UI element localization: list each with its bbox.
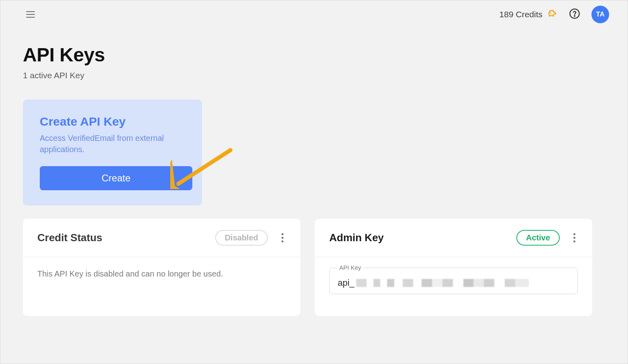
- piggy-bank-icon: [546, 8, 558, 21]
- disabled-badge: Disabled: [215, 230, 268, 246]
- svg-point-0: [550, 12, 551, 13]
- create-panel-description: Access VerifiedEmail from external appli…: [40, 132, 185, 155]
- credit-status-actions: Disabled: [215, 230, 286, 246]
- credits-display[interactable]: 189 Credits: [500, 8, 558, 21]
- admin-key-header: Admin Key Active: [315, 219, 592, 257]
- api-key-prefix: api_: [338, 278, 355, 288]
- credit-status-body: This API Key is disabled and can no long…: [23, 257, 300, 291]
- credit-status-header: Credit Status Disabled: [23, 219, 300, 257]
- credit-status-card: Credit Status Disabled This API Key is d…: [23, 219, 300, 316]
- cards-row: Credit Status Disabled This API Key is d…: [23, 219, 605, 316]
- active-badge: Active: [516, 230, 560, 246]
- svg-point-2: [574, 16, 575, 16]
- credit-status-title: Credit Status: [37, 232, 102, 244]
- api-key-field[interactable]: API Key api_: [329, 268, 578, 294]
- help-icon: [569, 8, 580, 19]
- admin-key-actions: Active: [516, 230, 578, 246]
- main-content: API Keys 1 active API Key Create API Key…: [0, 28, 628, 316]
- create-button[interactable]: Create: [40, 166, 192, 190]
- credit-status-menu-button[interactable]: [279, 231, 286, 245]
- page-subtitle: 1 active API Key: [23, 71, 605, 80]
- page-title: API Keys: [23, 44, 605, 66]
- api-key-redacted: [356, 279, 529, 287]
- admin-key-title: Admin Key: [329, 232, 384, 244]
- admin-key-menu-button[interactable]: [571, 231, 578, 245]
- menu-button[interactable]: [23, 8, 38, 21]
- create-panel-title: Create API Key: [40, 115, 185, 128]
- avatar-initials: TA: [596, 10, 604, 18]
- help-button[interactable]: [569, 8, 580, 21]
- admin-key-card: Admin Key Active API Key api_: [315, 219, 592, 316]
- api-key-field-label: API Key: [337, 264, 363, 271]
- create-api-key-panel: Create API Key Access VerifiedEmail from…: [23, 100, 202, 205]
- top-right-group: 189 Credits TA: [500, 6, 609, 23]
- hamburger-icon: [26, 11, 35, 18]
- avatar[interactable]: TA: [591, 6, 609, 23]
- credits-text: 189 Credits: [500, 10, 542, 19]
- top-bar: 189 Credits TA: [0, 0, 628, 28]
- api-key-value: api_: [338, 278, 569, 288]
